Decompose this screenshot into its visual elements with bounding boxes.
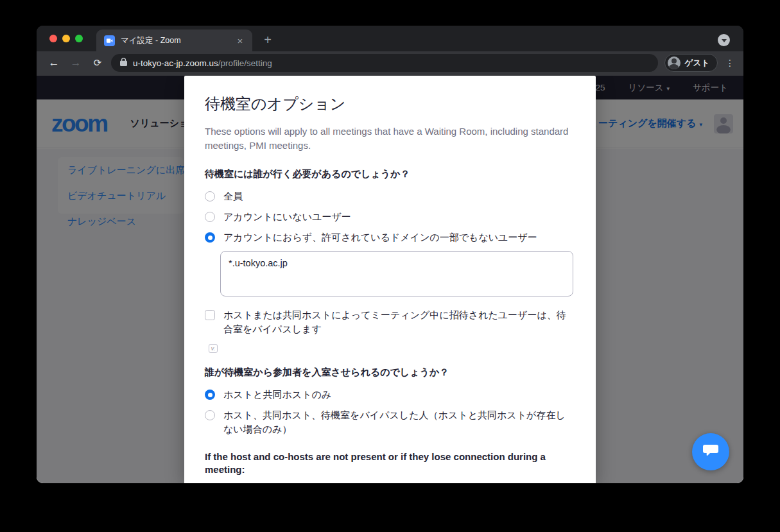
radio-option-everyone[interactable]: 全員: [205, 189, 575, 203]
question-who-goes-to-waiting-room: 待機室には誰が行く必要があるのでしょうか？: [205, 167, 575, 180]
tab-title: マイ設定 - Zoom: [121, 35, 234, 46]
modal-title: 待機室のオプション: [205, 94, 575, 114]
page-content: 88.799.0125 リソース▾ サポート zoom ソリューション ミーティ…: [37, 76, 743, 483]
zoom-window-button[interactable]: [75, 35, 83, 42]
tab-close-icon[interactable]: ×: [234, 35, 246, 46]
radio-icon[interactable]: [205, 212, 215, 222]
question-who-can-admit: 誰が待機室から参加者を入室させられるのでしょうか？: [205, 366, 575, 379]
traffic-lights: [49, 35, 83, 42]
radio-option-users-not-in-allowed-domains[interactable]: アカウントにおらず、許可されているドメインの一部でもないユーザー: [205, 230, 575, 245]
reload-button[interactable]: ⟳: [89, 55, 106, 71]
radio-option-users-not-in-account[interactable]: アカウントにいないユーザー: [205, 210, 575, 224]
browser-window: マイ設定 - Zoom × + ← → ⟳ u-tokyo-ac-jp.zoom…: [37, 26, 743, 483]
url-domain: u-tokyo-ac-jp.zoom.us: [133, 58, 218, 68]
radio-option-host-cohosts-bypassers[interactable]: ホスト、共同ホスト、待機室をバイパスした人（ホストと共同ホストが存在しない場合の…: [205, 408, 575, 436]
profile-avatar-icon: [668, 56, 680, 69]
chat-bubble-icon: [702, 443, 719, 461]
profile-name: ゲスト: [685, 58, 709, 69]
new-tab-button[interactable]: +: [260, 33, 275, 47]
lock-icon: [120, 58, 127, 68]
tab-search-button[interactable]: [718, 34, 730, 46]
tab-strip: マイ設定 - Zoom × +: [37, 26, 743, 51]
address-bar[interactable]: u-tokyo-ac-jp.zoom.us/profile/setting: [111, 54, 658, 72]
radio-icon[interactable]: [205, 232, 215, 243]
checkbox-icon[interactable]: [205, 310, 215, 320]
browser-tab[interactable]: マイ設定 - Zoom ×: [96, 30, 252, 51]
browser-profile-chip[interactable]: ゲスト: [664, 54, 718, 72]
close-window-button[interactable]: [49, 35, 57, 42]
radio-option-host-cohosts-only[interactable]: ホストと共同ホストのみ: [205, 388, 575, 402]
url-path: /profile/setting: [218, 58, 272, 68]
browser-menu-button[interactable]: ⋮: [725, 62, 734, 65]
browser-toolbar: ← → ⟳ u-tokyo-ac-jp.zoom.us/profile/sett…: [37, 51, 743, 76]
radio-icon[interactable]: [205, 191, 215, 202]
question-host-not-present: If the host and co-hosts are not present…: [205, 450, 575, 476]
waiting-room-options-modal: 待機室のオプション These options will apply to al…: [184, 76, 596, 483]
forward-button[interactable]: →: [67, 55, 84, 71]
bypass-waiting-room-checkbox-row[interactable]: ホストまたは共同ホストによってミーティング中に招待されたユーザーは、待合室をバイ…: [205, 308, 575, 336]
back-button[interactable]: ←: [46, 55, 62, 71]
radio-icon[interactable]: [205, 410, 215, 420]
minimize-window-button[interactable]: [62, 35, 70, 42]
allowed-domains-textarea[interactable]: *.u-tokyo.ac.jp: [220, 251, 573, 296]
url-text: u-tokyo-ac-jp.zoom.us/profile/setting: [133, 58, 272, 68]
broken-image-icon: v.: [209, 344, 218, 353]
modal-description: These options will apply to all meetings…: [205, 124, 575, 152]
radio-icon[interactable]: [205, 390, 215, 400]
zoom-favicon-icon: [104, 35, 115, 46]
chat-launcher-button[interactable]: [692, 433, 729, 470]
